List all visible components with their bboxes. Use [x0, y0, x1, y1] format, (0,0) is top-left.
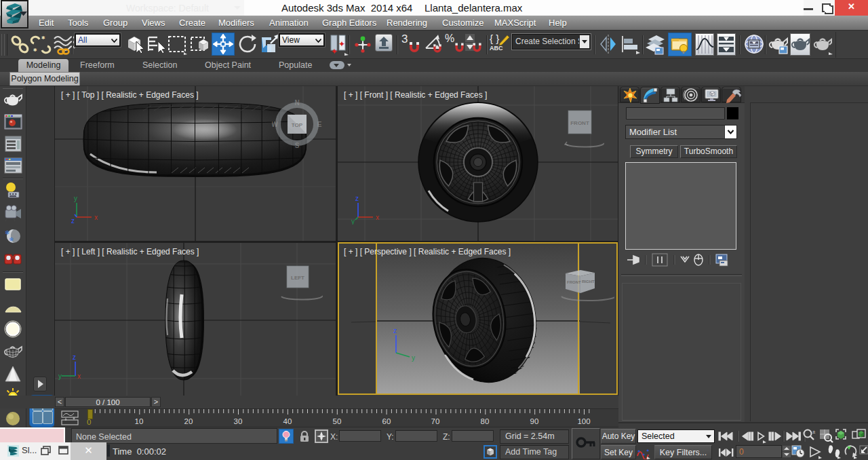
- svg-text:y: y: [412, 354, 415, 362]
- svg-text:❄: ❄: [5, 229, 10, 236]
- svg-text:z: z: [393, 327, 397, 334]
- svg-text:x: x: [77, 372, 81, 380]
- svg-text:E: E: [317, 121, 322, 128]
- svg-text:y: y: [351, 218, 355, 225]
- svg-text:z: z: [71, 217, 75, 225]
- svg-text:N: N: [294, 99, 299, 107]
- svg-text:y: y: [74, 195, 77, 202]
- svg-text:TOP: TOP: [292, 122, 302, 128]
- svg-text:S: S: [295, 142, 300, 149]
- svg-text:x: x: [376, 214, 379, 221]
- svg-text:LEFT: LEFT: [291, 275, 304, 281]
- svg-text:✱: ✱: [41, 35, 45, 40]
- svg-text:x: x: [94, 214, 98, 221]
- svg-text:±: ±: [812, 429, 816, 435]
- svg-text:z: z: [355, 195, 359, 202]
- svg-text:RIGHT: RIGHT: [582, 280, 595, 284]
- svg-text:✦: ✦: [338, 39, 345, 49]
- svg-text:✱: ✱: [33, 47, 37, 52]
- svg-text:FRONT: FRONT: [567, 280, 581, 284]
- svg-text:FRONT: FRONT: [570, 120, 589, 126]
- svg-text:W: W: [272, 121, 278, 128]
- svg-text:✦: ✦: [331, 47, 338, 56]
- svg-text:❄: ❄: [9, 236, 14, 243]
- svg-text:z: z: [73, 353, 76, 361]
- svg-text:y: y: [58, 372, 62, 380]
